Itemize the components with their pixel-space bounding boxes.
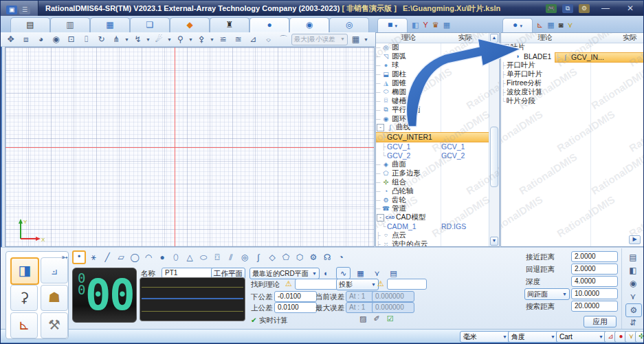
expand-toggle[interactable]: - <box>502 44 509 52</box>
tree-row[interactable]: └叶片分段 <box>501 96 643 105</box>
tree-row[interactable]: ├波纹度计算 <box>501 87 643 96</box>
crd-plane-dropdown[interactable]: 最靠近的CRD平面▼ <box>249 268 320 279</box>
tree-row[interactable]: ─⬭椭圆 <box>376 87 489 96</box>
joystick-icon[interactable]: ✣ <box>635 331 644 343</box>
axes-icon[interactable]: ⊾ <box>537 18 543 32</box>
grid-options-button[interactable]: ▦ <box>348 32 363 46</box>
tree-row[interactable]: ─⚙齿轮 <box>376 195 489 204</box>
color-settings-tab[interactable]: ◆ <box>170 17 210 33</box>
scan-surface-5-icon[interactable]: ⌒ <box>276 32 291 46</box>
report-view-icon[interactable]: ▤ <box>387 268 400 279</box>
point-icon[interactable]: • <box>72 250 86 264</box>
confirm-check-icon[interactable]: ☑ <box>387 314 394 323</box>
camera-icon[interactable]: ◙ <box>559 18 564 32</box>
tree-row[interactable]: ├单开口叶片 <box>501 70 643 79</box>
probe-2-icon-dropdown[interactable]: ▼ <box>146 37 151 42</box>
screen-icon[interactable]: ⌷ <box>79 32 93 46</box>
probe-4-icon-dropdown[interactable]: ▼ <box>188 37 194 42</box>
camera-sphere-tab[interactable]: ◎ <box>329 17 369 33</box>
eraser-icon[interactable]: ✐ <box>373 314 379 323</box>
realtime-checkbox[interactable]: ✔ 实时计算 <box>251 316 288 325</box>
blade-sphere-tab[interactable]: ● ▾ <box>502 18 533 32</box>
grid-options-dropdown[interactable]: ▼ <box>364 37 369 42</box>
coord-system-dropdown[interactable]: Cart▼ <box>556 331 607 343</box>
param-input[interactable]: 20.0000 <box>571 301 618 312</box>
line-icon[interactable]: ╱ <box>101 251 113 264</box>
measure-sphere-tab[interactable]: ● <box>249 17 289 33</box>
graph-view-icon[interactable]: ∿ <box>336 267 351 279</box>
display-tab[interactable]: ❏ <box>130 17 170 33</box>
pan-tool-icon[interactable]: ✥ <box>3 32 18 46</box>
report-icon[interactable]: ▤ <box>625 251 641 264</box>
tree-row[interactable]: -∫曲线 <box>376 123 489 132</box>
dual-display-icon[interactable]: ⧉ <box>562 4 573 13</box>
tree-row[interactable]: ├Firtree分析 <box>501 79 643 88</box>
arc-icon[interactable]: ◠ <box>142 251 155 264</box>
param-input[interactable]: 2.0000 <box>571 251 618 262</box>
circle-icon[interactable]: ◯ <box>129 251 141 264</box>
app-window-icon[interactable]: ▣ <box>6 6 17 14</box>
hexagon-icon[interactable]: ⬡ <box>293 251 306 264</box>
probe-path-icon[interactable]: ⋎ <box>625 290 641 303</box>
cone-icon[interactable]: △ <box>184 251 196 264</box>
probe-3-icon[interactable]: ☄ <box>152 32 166 46</box>
tree-row[interactable]: ─◹圆弧 <box>376 52 489 61</box>
scan-surface-2-icon[interactable]: ≊ <box>231 32 245 46</box>
cad-box-button[interactable]: ☗ <box>41 285 68 311</box>
settings-gear-icon[interactable]: ⚙ <box>625 303 642 317</box>
lower-tol-input[interactable]: -0.0100 <box>274 291 317 302</box>
pipe-icon[interactable]: ☊ <box>321 251 333 264</box>
parallel-planes-icon[interactable]: ⫽ <box>225 251 237 264</box>
tree-row[interactable]: ├开口叶片 <box>501 61 643 70</box>
axes-button[interactable]: ⊾ <box>10 312 38 338</box>
close-button[interactable]: ✕ <box>621 3 639 13</box>
scan-surface-3-icon[interactable]: ⊿ <box>246 32 260 46</box>
tree-row[interactable]: ─⬠正多边形 <box>376 169 489 178</box>
remote-control-icon[interactable]: 🎮 <box>546 4 557 13</box>
expand-toggle[interactable]: - <box>377 214 384 222</box>
probe-y-icon[interactable]: Y <box>423 18 428 32</box>
tree-row[interactable]: -CADCAD模型 <box>376 213 489 222</box>
tree-row[interactable]: ─☎管道 <box>376 204 489 213</box>
probe-2-icon[interactable]: ↯ <box>131 32 145 46</box>
probe-1-icon[interactable]: ⋔ <box>109 32 124 46</box>
surface-icon[interactable]: ◇ <box>266 251 278 264</box>
apply-button[interactable]: 应用 <box>584 316 617 327</box>
units-dropdown[interactable]: 毫米▼ <box>460 331 511 343</box>
panel-expand-button[interactable]: ▶ <box>629 235 641 244</box>
tree-row[interactable]: ─⌼键槽 <box>376 96 489 105</box>
tree-row[interactable]: -叶片 <box>501 43 643 52</box>
tree-row[interactable]: ─⬓圆柱 <box>376 70 489 79</box>
probe-1-icon-dropdown[interactable]: ▼ <box>124 37 130 42</box>
tree-row[interactable]: ◗BLADE1├∫GCV_IN... <box>501 52 643 61</box>
model-probe-button[interactable]: ◨ <box>10 257 39 285</box>
tree-row[interactable]: ├⁙选中的点云 <box>376 240 489 246</box>
table-icon[interactable]: ▦ <box>547 18 554 32</box>
torus-icon[interactable]: ◎ <box>238 251 251 264</box>
zoom-region-icon[interactable]: ⧈ <box>19 32 33 46</box>
tree-row[interactable]: ─◎圆 <box>376 43 489 52</box>
gear-icon[interactable]: ⚙ <box>307 251 320 264</box>
camshaft-icon[interactable]: ◔ <box>335 251 347 264</box>
eye-sphere-tab[interactable]: ◉ <box>289 17 329 33</box>
shade-view-icon[interactable]: ◕ <box>34 32 48 46</box>
machine-button[interactable]: ⚒ <box>41 312 68 338</box>
edit-report-icon[interactable]: ▨ <box>359 314 366 323</box>
probe-angle-icon[interactable]: ⋎ <box>567 18 573 32</box>
probe-5-icon[interactable]: ⚴ <box>195 32 209 46</box>
app-menu-chip[interactable]: ▣☰ <box>1 1 38 16</box>
machine-link-icon[interactable]: ⚙ <box>579 4 590 13</box>
scroll-up-button[interactable]: ▲ <box>490 34 498 43</box>
expand-toggle[interactable]: - <box>377 124 384 131</box>
zoom-sphere-icon[interactable]: ◉ <box>625 277 641 290</box>
model-tab[interactable]: ■ ▾ <box>377 18 408 32</box>
projection-input[interactable] <box>387 279 427 290</box>
scan-surface-4-icon[interactable]: ⌔ <box>261 32 276 46</box>
calculator-tab[interactable]: ▦ <box>90 17 130 33</box>
probe-tab[interactable]: ♜ <box>210 17 249 33</box>
tree-row[interactable]: ─●球 <box>376 61 489 70</box>
tree-row[interactable]: ─◈曲面 <box>376 160 489 169</box>
grid-view-icon[interactable]: ▦ <box>443 18 450 32</box>
minimize-button[interactable]: — <box>597 3 614 13</box>
probe-view-icon[interactable]: ⋎ <box>370 268 384 279</box>
